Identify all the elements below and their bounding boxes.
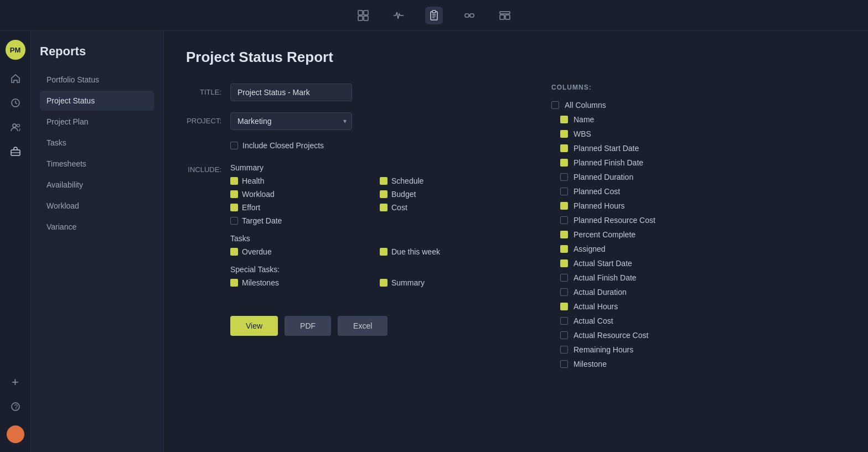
people-icon[interactable]: [6, 117, 25, 137]
svg-rect-9: [465, 14, 469, 17]
toolbar: [0, 0, 868, 31]
col-planned-duration: Planned Duration: [551, 170, 704, 184]
svg-rect-2: [358, 16, 363, 20]
svg-point-22: [13, 432, 17, 435]
effort-cb-item: Effort: [230, 203, 369, 212]
sidebar-item-tasks[interactable]: Tasks: [40, 133, 154, 153]
all-columns-checkbox[interactable]: [551, 101, 559, 109]
summary2-cb-item: Summary: [380, 278, 518, 287]
col-planned-resource-cost-checkbox[interactable]: [560, 216, 568, 224]
due-this-week-checkbox-indicator[interactable]: [380, 248, 388, 256]
columns-label: COLUMNS:: [551, 84, 706, 91]
col-remaining-hours-label: Remaining Hours: [574, 345, 633, 354]
col-planned-resource-cost-label: Planned Resource Cost: [574, 216, 655, 225]
col-percent-complete-label: Percent Complete: [574, 230, 636, 239]
add-icon[interactable]: +: [6, 372, 25, 392]
col-actual-start-checkbox[interactable]: [560, 259, 568, 267]
link-icon[interactable]: [461, 7, 478, 24]
col-planned-start-checkbox[interactable]: [560, 144, 568, 152]
clock-icon[interactable]: [6, 93, 25, 113]
sidebar-item-project-status[interactable]: Project Status: [40, 91, 154, 111]
reports-sidebar: Reports Portfolio Status Project Status …: [31, 31, 164, 452]
icon-sidebar: PM +: [0, 31, 31, 452]
col-name-checkbox[interactable]: [560, 116, 568, 123]
sidebar-item-availability[interactable]: Availability: [40, 175, 154, 195]
view-button[interactable]: View: [230, 316, 278, 336]
svg-point-16: [13, 124, 16, 127]
search-zoom-icon[interactable]: [354, 7, 372, 24]
project-select-wrap: Marketing Development Design ▾: [230, 112, 352, 130]
summary-checkboxes: Health Schedule Workload: [230, 176, 518, 225]
overdue-checkbox-indicator[interactable]: [230, 248, 238, 256]
pdf-button[interactable]: PDF: [285, 316, 331, 336]
layout-icon[interactable]: [496, 7, 514, 24]
col-actual-finish-checkbox[interactable]: [560, 274, 568, 282]
target-date-checkbox-indicator[interactable]: [230, 217, 238, 225]
col-wbs-label: WBS: [574, 129, 591, 138]
app-logo[interactable]: PM: [6, 40, 25, 60]
sidebar-item-portfolio-status[interactable]: Portfolio Status: [40, 70, 154, 90]
col-actual-cost-checkbox[interactable]: [560, 317, 568, 325]
effort-checkbox-indicator[interactable]: [230, 204, 238, 211]
budget-cb-item: Budget: [380, 190, 518, 199]
overdue-cb-item: Overdue: [230, 247, 369, 256]
svg-point-17: [17, 124, 19, 127]
col-actual-resource-cost-checkbox[interactable]: [560, 331, 568, 339]
col-name-label: Name: [574, 115, 594, 124]
col-planned-cost-checkbox[interactable]: [560, 188, 568, 195]
col-actual-hours-label: Actual Hours: [574, 302, 618, 311]
sidebar-item-project-plan[interactable]: Project Plan: [40, 112, 154, 132]
col-planned-cost-label: Planned Cost: [574, 187, 620, 196]
milestones-checkbox-indicator[interactable]: [230, 279, 238, 287]
form-left: TITLE: PROJECT: Marketing Development De…: [186, 84, 518, 336]
include-closed-checkbox[interactable]: [230, 142, 238, 149]
col-actual-start: Actual Start Date: [551, 256, 704, 271]
svg-rect-14: [505, 15, 510, 19]
workload-label: Workload: [242, 190, 275, 199]
schedule-cb-item: Schedule: [380, 176, 518, 185]
col-milestone-checkbox[interactable]: [560, 360, 568, 368]
columns-scroll[interactable]: All Columns Name WBS Plann: [551, 98, 706, 375]
svg-rect-3: [364, 16, 368, 20]
title-input[interactable]: [230, 84, 352, 101]
schedule-checkbox-indicator[interactable]: [380, 177, 388, 185]
briefcase-icon[interactable]: [6, 142, 25, 162]
col-remaining-hours: Remaining Hours: [551, 342, 704, 357]
col-actual-duration-checkbox[interactable]: [560, 288, 568, 296]
col-assigned-checkbox[interactable]: [560, 245, 568, 253]
col-actual-cost: Actual Cost: [551, 314, 704, 328]
sidebar-item-timesheets[interactable]: Timesheets: [40, 154, 154, 174]
workload-checkbox-indicator[interactable]: [230, 190, 238, 198]
col-actual-resource-cost-label: Actual Resource Cost: [574, 331, 648, 340]
button-row: View PDF Excel: [230, 316, 518, 336]
excel-button[interactable]: Excel: [338, 316, 388, 336]
milestones-cb-item: Milestones: [230, 278, 369, 287]
clipboard-icon[interactable]: [425, 7, 443, 24]
home-icon[interactable]: [6, 69, 25, 89]
col-planned-finish-checkbox[interactable]: [560, 159, 568, 167]
col-milestone: Milestone: [551, 357, 704, 371]
sidebar-item-variance[interactable]: Variance: [40, 217, 154, 237]
svg-rect-10: [470, 14, 474, 17]
col-actual-hours-checkbox[interactable]: [560, 303, 568, 310]
sidebar-item-workload[interactable]: Workload: [40, 196, 154, 216]
budget-checkbox-indicator[interactable]: [380, 190, 388, 198]
cost-checkbox-indicator[interactable]: [380, 204, 388, 211]
all-columns-label: All Columns: [565, 101, 606, 110]
project-select[interactable]: Marketing Development Design: [230, 112, 352, 130]
help-icon[interactable]: ?: [6, 397, 25, 417]
pulse-icon[interactable]: [390, 7, 407, 24]
user-avatar[interactable]: [7, 425, 24, 443]
all-columns-item: All Columns: [551, 98, 704, 112]
col-remaining-hours-checkbox[interactable]: [560, 346, 568, 354]
health-checkbox-indicator[interactable]: [230, 177, 238, 185]
col-planned-hours-checkbox[interactable]: [560, 202, 568, 210]
svg-rect-0: [358, 11, 363, 15]
target-date-cb-item: Target Date: [230, 216, 369, 225]
col-actual-start-label: Actual Start Date: [574, 259, 632, 268]
col-planned-duration-checkbox[interactable]: [560, 173, 568, 181]
summary2-checkbox-indicator[interactable]: [380, 279, 388, 287]
col-wbs-checkbox[interactable]: [560, 130, 568, 138]
col-percent-complete-checkbox[interactable]: [560, 231, 568, 238]
health-cb-item: Health: [230, 176, 369, 185]
